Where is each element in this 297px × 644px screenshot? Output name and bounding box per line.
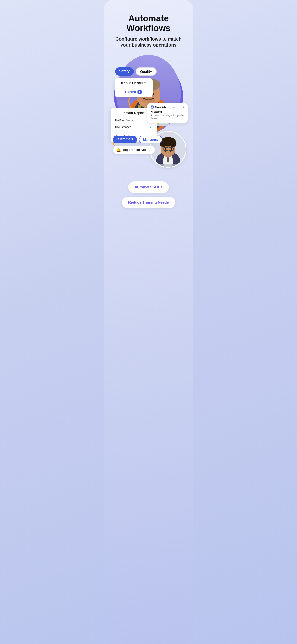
hero-section: Safety Quality Mobile Checklist Submit ▶…	[108, 55, 189, 174]
svg-rect-28	[157, 164, 179, 167]
submit-play-icon: ▶	[138, 90, 142, 94]
page-container: Automate Workflows Configure workflows t…	[104, 0, 194, 644]
subtitle: Configure workflows to match your busine…	[110, 36, 186, 48]
reduce-training-button[interactable]: Reduce Training Needs	[122, 197, 176, 208]
header: Automate Workflows Configure workflows t…	[108, 14, 189, 48]
submit-button[interactable]: Submit ▶	[125, 90, 142, 94]
report-row-damages: No Damages ✓	[114, 124, 153, 130]
report-title: Instant Report	[114, 111, 153, 115]
tag-customers: Customers	[113, 136, 137, 144]
bell-icon: 🔔	[116, 148, 121, 152]
tag-safety: Safety	[115, 68, 134, 76]
rust-label: No Rust Marks	[115, 119, 133, 122]
checklist-title: Mobile Checklist	[119, 81, 148, 85]
checklist-card: Mobile Checklist Submit ▶	[115, 78, 153, 98]
svg-point-22	[170, 140, 176, 147]
received-check-icon: ✓	[148, 148, 151, 152]
report-received-label: Report Received	[123, 148, 147, 152]
bottom-buttons: Automate SOPs Reduce Training Needs	[108, 182, 189, 208]
alert-header: New Alert now ∧	[150, 106, 184, 109]
report-received-row: 🔔 Report Received ✓	[113, 146, 155, 154]
svg-point-26	[165, 148, 167, 150]
report-received-badge: 🔔 Report Received ✓	[113, 146, 155, 154]
svg-point-27	[170, 148, 172, 150]
alert-card: New Alert now ∧ Hi Jason! A new task is …	[147, 103, 188, 122]
damages-label: No Damages	[115, 126, 131, 129]
tags-row: Safety Quality	[115, 68, 156, 76]
tag-managers: Managers	[139, 136, 162, 144]
svg-point-8	[142, 98, 156, 103]
alert-title: New Alert	[155, 106, 168, 109]
checklist-divider	[119, 87, 148, 87]
report-row-rust: No Rust Marks ✓	[114, 117, 153, 124]
tag-quality: Quality	[136, 68, 156, 76]
alert-body: A new task is assigned to you by James	[150, 114, 184, 120]
alert-dot-icon	[150, 106, 154, 109]
damages-check: ✓	[149, 125, 152, 129]
alert-time: now	[170, 106, 175, 108]
automate-sops-button[interactable]: Automate SOPs	[128, 182, 169, 193]
main-title: Automate Workflows	[110, 14, 186, 33]
alert-left: New Alert now	[150, 106, 175, 109]
alert-greeting: Hi Jason!	[150, 110, 184, 113]
submit-label: Submit	[125, 90, 136, 94]
role-tags: Customers Managers	[113, 136, 162, 144]
chevron-up-icon: ∧	[182, 106, 184, 109]
